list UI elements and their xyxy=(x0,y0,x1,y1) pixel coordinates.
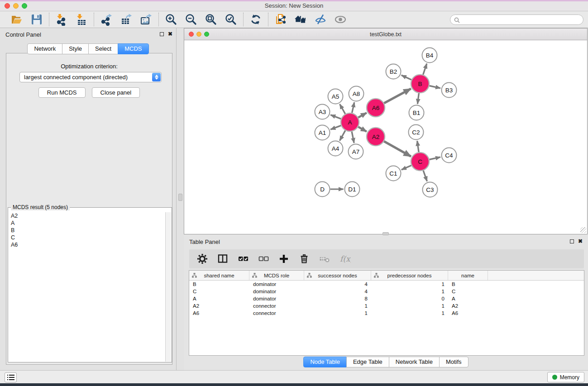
table-row[interactable]: A2connector11A2 xyxy=(189,302,584,310)
edge-C-C3 xyxy=(423,171,427,181)
add-column-button[interactable] xyxy=(277,252,291,266)
zoom-fit-button[interactable] xyxy=(204,12,218,27)
memory-button[interactable]: Memory xyxy=(547,372,584,382)
tab-network-table[interactable]: Network Table xyxy=(389,357,440,367)
table-row[interactable]: Adominator80A xyxy=(189,295,584,302)
criterion-dropdown[interactable]: largest connected component (directed) xyxy=(19,72,162,82)
node-B4[interactable]: B4 xyxy=(422,48,437,63)
node-D1[interactable]: D1 xyxy=(345,182,360,197)
node-A4[interactable]: A4 xyxy=(328,141,343,156)
save-file-button[interactable] xyxy=(29,12,44,27)
export-network-button[interactable] xyxy=(99,12,114,27)
node-C4[interactable]: C4 xyxy=(442,148,457,163)
svg-text:D1: D1 xyxy=(348,186,356,193)
column-header-MCDS-role[interactable]: MCDS role xyxy=(249,271,304,280)
column-header-successor-nodes[interactable]: successor nodes xyxy=(304,271,371,280)
settings-gear-button[interactable] xyxy=(196,252,209,266)
home-button[interactable] xyxy=(293,12,308,27)
mcds-result-list[interactable]: A2ABCA6 xyxy=(9,212,165,362)
mcds-result-item[interactable]: A xyxy=(9,219,165,227)
show-graphics-details-button[interactable] xyxy=(333,12,348,27)
select-all-checkboxes-icon xyxy=(237,253,249,265)
import-table-button[interactable] xyxy=(74,12,89,27)
new-session-from-network-button[interactable] xyxy=(273,12,288,27)
horizontal-divider-handle[interactable] xyxy=(382,232,389,235)
delete-trash-button[interactable] xyxy=(297,252,311,266)
select-all-checkboxes-button[interactable] xyxy=(236,252,250,266)
tab-network[interactable]: Network xyxy=(27,43,62,54)
table-tabs: Node TableEdge TableNetwork TableMotifs xyxy=(184,357,588,367)
float-panel-icon[interactable] xyxy=(160,32,164,36)
table-cell: 1 xyxy=(371,289,448,294)
show-column-pane-button[interactable] xyxy=(216,252,229,266)
control-panel: Control Panel ✖ NetworkStyleSelectMCDS O… xyxy=(0,28,177,370)
mcds-result-item[interactable]: C xyxy=(9,234,165,241)
home-icon xyxy=(294,13,307,26)
open-folder-button[interactable] xyxy=(10,12,24,27)
close-panel-icon[interactable]: ✖ xyxy=(168,31,172,37)
svg-text:C2: C2 xyxy=(412,129,420,136)
network-window-title: testGlobe.txt xyxy=(184,31,587,38)
node-A[interactable]: A xyxy=(341,113,359,131)
float-table-panel-icon[interactable] xyxy=(570,239,574,243)
column-header-shared-name[interactable]: shared name xyxy=(189,271,249,280)
zoom-in-button[interactable] xyxy=(164,12,178,27)
table-row[interactable]: A6connector11A6 xyxy=(189,310,584,317)
run-mcds-button[interactable]: Run MCDS xyxy=(38,87,86,98)
node-A2[interactable]: A2 xyxy=(367,128,385,146)
node-C2[interactable]: C2 xyxy=(409,125,424,140)
column-header-predecessor-nodes[interactable]: predecessor nodes xyxy=(371,271,448,280)
task-history-button[interactable] xyxy=(5,372,17,382)
tab-edge-table[interactable]: Edge Table xyxy=(346,357,389,367)
node-B[interactable]: B xyxy=(411,75,429,93)
close-panel-button[interactable]: Close panel xyxy=(92,87,140,98)
table-cell: 1 xyxy=(371,310,448,316)
node-B1[interactable]: B1 xyxy=(409,105,424,120)
show-column-pane-icon xyxy=(217,253,229,265)
tab-node-table[interactable]: Node Table xyxy=(303,357,347,367)
node-A7[interactable]: A7 xyxy=(349,144,363,159)
window-resize-grip[interactable] xyxy=(580,227,586,233)
mcds-result-item[interactable]: A6 xyxy=(9,241,165,248)
table-row[interactable]: Cdominator41C xyxy=(189,288,584,295)
close-table-panel-icon[interactable]: ✖ xyxy=(578,238,583,244)
column-type-icon xyxy=(252,273,257,279)
refresh-button[interactable] xyxy=(249,12,263,27)
unselect-all-checkboxes-button[interactable] xyxy=(257,252,270,266)
tab-motifs[interactable]: Motifs xyxy=(439,357,468,367)
network-canvas[interactable]: AA1A2A3A4A5A6A7A8BB1B2B3B4CC1C2C3C4DD1 xyxy=(184,40,587,234)
export-image-button[interactable] xyxy=(139,12,153,27)
node-A3[interactable]: A3 xyxy=(315,105,330,119)
zoom-selected-button[interactable] xyxy=(224,12,238,27)
vertical-divider-handle[interactable] xyxy=(178,194,182,201)
node-A8[interactable]: A8 xyxy=(349,86,364,101)
node-A5[interactable]: A5 xyxy=(328,89,343,104)
node-C1[interactable]: C1 xyxy=(386,166,401,181)
mcds-result-item[interactable]: A2 xyxy=(9,212,165,219)
node-B2[interactable]: B2 xyxy=(386,64,401,79)
svg-text:C: C xyxy=(418,158,422,165)
hide-unhide-button[interactable] xyxy=(313,12,328,27)
table-cell: 1 xyxy=(371,303,448,309)
edge-A-A1 xyxy=(330,125,341,129)
delete-trash-icon xyxy=(298,253,310,265)
tab-style[interactable]: Style xyxy=(62,43,89,54)
node-A1[interactable]: A1 xyxy=(315,125,330,140)
edge-C-C2 xyxy=(417,141,419,152)
mcds-result-item[interactable]: B xyxy=(9,227,165,234)
import-network-button[interactable] xyxy=(54,12,69,27)
node-C[interactable]: C xyxy=(411,152,429,171)
table-row[interactable]: Bdominator41B xyxy=(189,281,584,288)
zoom-out-button[interactable] xyxy=(184,12,198,27)
node-C3[interactable]: C3 xyxy=(423,182,438,197)
tab-mcds[interactable]: MCDS xyxy=(118,43,148,54)
node-D[interactable]: D xyxy=(315,182,330,197)
node-A6[interactable]: A6 xyxy=(367,99,385,117)
search-input[interactable] xyxy=(450,14,583,25)
export-table-button[interactable] xyxy=(119,12,134,27)
mcds-list-scrollbar[interactable] xyxy=(165,212,171,362)
node-B3[interactable]: B3 xyxy=(442,83,457,98)
column-header-name[interactable]: name xyxy=(448,271,488,280)
edge-A-A3 xyxy=(330,115,341,119)
tab-select[interactable]: Select xyxy=(88,43,118,54)
